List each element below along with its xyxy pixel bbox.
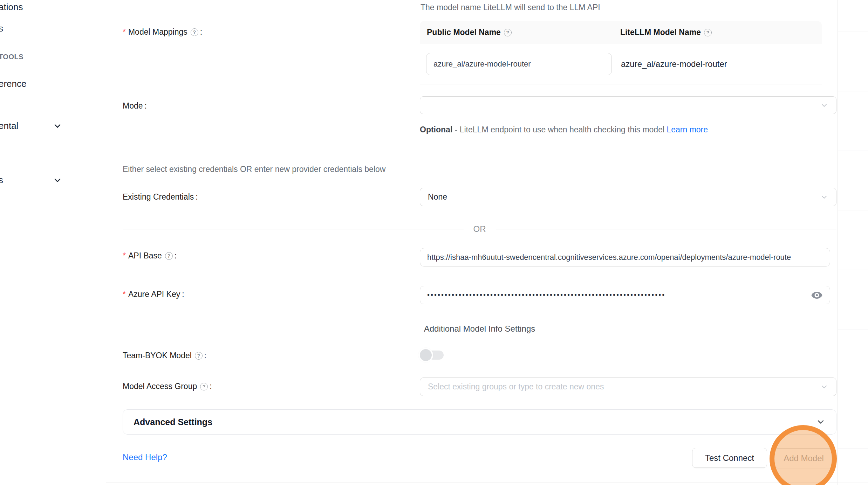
sidebar-item-label: ations [0,2,23,12]
required-asterisk: * [123,251,126,261]
help-icon[interactable]: ? [165,252,173,260]
sidebar-divider [106,0,106,485]
or-divider: OR [123,224,836,234]
sidebar-item-organizations[interactable]: ations [0,2,23,13]
litellm-model-name-header: LiteLLM Model Name ? [613,21,822,44]
learn-more-link[interactable]: Learn more [667,125,708,134]
background-row-line [838,270,868,270]
mode-label: Mode : [123,101,147,111]
model-access-group-select[interactable]: Select existing groups or type to create… [420,377,836,396]
help-icon[interactable]: ? [191,28,198,36]
chevron-down-icon [53,121,62,131]
team-byok-label: Team-BYOK Model ? : [123,351,206,360]
sidebar-item-1[interactable]: s [0,23,3,34]
mode-helper-text: Optional - LiteLLM endpoint to use when … [420,123,711,137]
background-row-line [838,448,868,449]
model-mappings-table: Public Model Name ? LiteLLM Model Name ?… [420,21,822,84]
modal-bottom-edge [106,483,838,483]
background-row-line [838,91,868,91]
chevron-down-icon [820,193,828,201]
litellm-model-name-hint: The model name LiteLLM will send to the … [421,3,600,12]
public-model-name-header: Public Model Name ? [420,21,613,44]
add-model-form-screen: ations s TOOLS erence ental s The model … [0,0,868,485]
azure-api-key-input[interactable]: ••••••••••••••••••••••••••••••••••••••••… [420,286,830,304]
sidebar-item-label: erence [0,78,27,89]
model-access-group-label: Model Access Group ? : [123,382,212,391]
chevron-down-icon [53,175,62,185]
background-row-line [838,151,868,151]
existing-credentials-select[interactable]: None [420,188,836,206]
model-mappings-label: * Model Mappings ? : [123,27,202,37]
background-row-line [838,210,868,210]
existing-credentials-label: Existing Credentials : [123,192,198,202]
background-row-line [838,329,868,330]
background-row-line [838,32,868,32]
public-model-name-input[interactable]: azure_ai/azure-model-router [426,53,612,75]
sidebar-item-label: s [0,23,3,34]
sidebar-item-label: ental [0,120,18,131]
background-row-line [838,389,868,389]
chevron-down-icon [820,101,828,110]
litellm-model-name-value: azure_ai/azure-model-router [613,44,822,84]
sidebar-item-settings[interactable]: s [0,175,3,186]
required-asterisk: * [123,290,126,299]
help-icon[interactable]: ? [704,29,712,36]
sidebar-section-tools: TOOLS [0,53,23,61]
masked-password-value: ••••••••••••••••••••••••••••••••••••••••… [427,291,806,299]
add-model-button[interactable]: Add Model [774,448,834,468]
sidebar-section-label: TOOLS [0,53,23,61]
team-byok-toggle[interactable] [421,350,444,360]
api-base-label: * API Base ? : [123,251,177,261]
modal-bottom-edge-right [838,483,868,483]
eye-icon[interactable] [811,289,823,301]
table-header-row: Public Model Name ? LiteLLM Model Name ? [420,21,822,44]
chevron-down-icon [816,417,826,427]
additional-settings-divider: Additional Model Info Settings [123,324,836,333]
mode-select[interactable] [420,96,836,114]
need-help-link[interactable]: Need Help? [123,452,167,462]
table-row: azure_ai/azure-model-router azure_ai/azu… [420,44,822,84]
azure-api-key-label: * Azure API Key : [123,290,184,299]
modal-right-edge [838,0,838,485]
advanced-settings-panel[interactable]: Advanced Settings [123,409,836,435]
credentials-note: Either select existing credentials OR en… [123,165,385,174]
api-base-input[interactable]: https://ishaa-mh6uutut-swedencentral.cog… [420,248,830,266]
help-icon[interactable]: ? [195,352,203,360]
help-icon[interactable]: ? [504,29,512,36]
sidebar-item-experimental[interactable]: ental [0,120,18,131]
chevron-down-icon [820,383,828,391]
help-icon[interactable]: ? [200,383,208,390]
test-connect-button[interactable]: Test Connect [692,448,767,468]
sidebar-item-inference[interactable]: erence [0,78,27,89]
sidebar-item-label: s [0,175,3,185]
required-asterisk: * [123,27,126,37]
